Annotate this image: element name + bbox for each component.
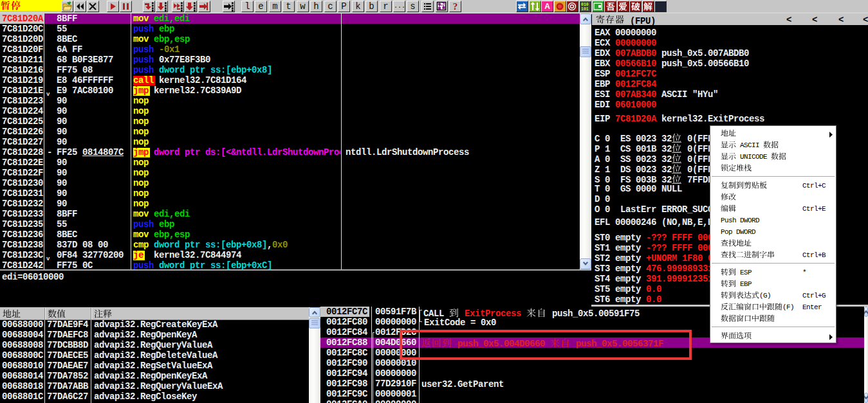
- svg-text:010: 010: [581, 3, 589, 7]
- svg-text:101: 101: [581, 7, 589, 12]
